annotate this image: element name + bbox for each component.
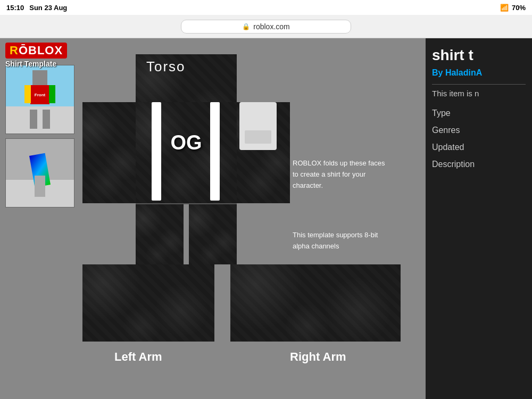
vest-pocket — [245, 130, 271, 144]
char-left-leg — [30, 110, 37, 129]
left-arm-section — [82, 264, 214, 342]
author-name: HaladinA — [445, 68, 482, 77]
divider-1 — [432, 84, 526, 85]
description-label: Description — [432, 160, 526, 169]
battery-text: 70% — [512, 4, 526, 12]
pattern-bottom-right — [189, 203, 237, 267]
bottom-section-wrapper: Left Arm Right Arm — [82, 264, 412, 368]
right-arm-section — [230, 264, 401, 342]
roblox-logo: RŌBLOX — [5, 43, 67, 59]
right-arm-label: Right Arm — [290, 350, 346, 364]
mid-line — [136, 203, 237, 204]
cross-wrapper: Torso OG — [82, 54, 412, 368]
description-row: Description — [432, 160, 526, 169]
item-title: shirt t — [432, 47, 526, 64]
status-time: 15:10 — [6, 4, 24, 12]
char-left-arm — [24, 85, 31, 103]
section-middle-left — [82, 102, 136, 203]
type-label: Type — [432, 109, 526, 118]
og-label: OG — [170, 131, 202, 154]
preview-container: Front — [5, 65, 74, 207]
updated-row: Updated — [432, 143, 526, 152]
status-date: Sun 23 Aug — [29, 4, 67, 12]
genres-row: Genres — [432, 126, 526, 135]
pattern-left-arm — [82, 264, 214, 342]
char-figure-front: Front — [21, 70, 59, 129]
lock-icon: 🔒 — [242, 23, 250, 30]
char-arm-view — [6, 139, 74, 207]
strap-left — [152, 102, 161, 201]
section-middle-right — [237, 102, 290, 203]
wifi-icon: 📶 — [500, 4, 509, 12]
info-text-1: ROBLOX folds up these faces to create a … — [293, 158, 386, 191]
section-bottom-right — [189, 203, 237, 267]
item-by: By HaladinA — [432, 68, 526, 78]
preview-arm-box — [5, 138, 74, 207]
white-vest — [239, 102, 277, 150]
main-layout: RŌBLOX Shirt Template Front — [0, 38, 532, 399]
preview-front-box: Front — [5, 65, 74, 134]
info-text-2: This template supports 8-bit alpha chann… — [293, 230, 386, 252]
shirt-template-label: Shirt Template — [5, 60, 67, 68]
item-details-panel: shirt t By HaladinA This item is n Type … — [426, 38, 532, 399]
genres-label: Genres — [432, 126, 526, 135]
item-notice: This item is n — [432, 89, 526, 98]
gap-section — [214, 264, 230, 342]
section-bottom-left — [136, 203, 184, 267]
char-right-leg — [43, 110, 50, 129]
browser-bar: 🔒 roblox.com — [0, 15, 532, 38]
strap-right — [210, 102, 220, 201]
char-arm-figure — [21, 144, 59, 202]
shirt-template-panel: RŌBLOX Shirt Template Front — [0, 38, 426, 399]
address-bar[interactable]: 🔒 roblox.com — [181, 20, 351, 34]
by-label: By — [432, 68, 443, 77]
section-middle-center: OG — [136, 102, 237, 203]
type-row: Type — [432, 109, 526, 118]
vest-strap-right — [265, 102, 272, 105]
pattern-left — [82, 102, 136, 203]
char-front: Front — [6, 65, 74, 134]
url-text: roblox.com — [253, 22, 289, 31]
char-head — [32, 70, 47, 85]
pattern-right-arm — [230, 264, 401, 342]
status-bar: 15:10 Sun 23 Aug 📶 70% — [0, 0, 532, 15]
char-right-arm — [49, 85, 55, 103]
char-torso: Front — [30, 85, 49, 104]
pattern-bottom-left — [136, 203, 184, 267]
vest-strap-left — [244, 102, 251, 105]
torso-label: Torso — [146, 59, 186, 75]
template-canvas: Torso OG — [82, 54, 412, 368]
updated-label: Updated — [432, 143, 526, 152]
roblox-logo-text: R — [10, 44, 19, 57]
arm-base — [35, 176, 45, 197]
roblox-header: RŌBLOX Shirt Template — [5, 43, 67, 68]
left-arm-label: Left Arm — [114, 350, 162, 364]
